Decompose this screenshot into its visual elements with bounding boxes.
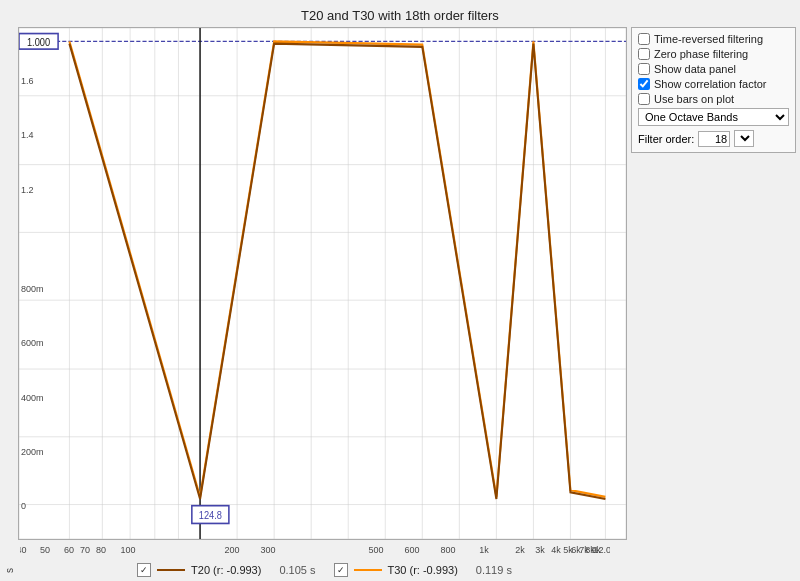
zero-phase-checkbox[interactable] [638,48,650,60]
use-bars-label: Use bars on plot [654,93,734,105]
main-container: T20 and T30 with 18th order filters s [0,0,800,581]
svg-text:100: 100 [120,545,135,555]
plot-container: 124.8 1.000 1.6 1.4 [18,27,627,540]
time-reversed-label: Time-reversed filtering [654,33,763,45]
filter-order-row: Filter order: ▼ [638,130,789,147]
zero-phase-label: Zero phase filtering [654,48,748,60]
use-bars-checkbox[interactable] [638,93,650,105]
plot-svg: 124.8 1.000 [19,28,626,539]
svg-text:3k: 3k [535,545,545,555]
x-axis-svg: -40 50 60 70 80 100 200 300 500 600 800 … [20,541,610,559]
t30-legend-label: T30 (r: -0.993) [388,564,458,576]
t20-checkbox-icon[interactable]: ✓ [137,563,151,577]
t20-time-value: 0.105 s [279,564,315,576]
svg-text:60: 60 [64,545,74,555]
show-panel-row: Show data panel [638,63,789,75]
svg-text:800: 800 [440,545,455,555]
filter-order-dropdown[interactable]: ▼ [734,130,754,147]
time-reversed-row: Time-reversed filtering [638,33,789,45]
svg-text:-40: -40 [20,545,27,555]
plot-and-panel: 124.8 1.000 1.6 1.4 [18,27,796,540]
svg-text:500: 500 [368,545,383,555]
filter-order-input[interactable] [698,131,730,147]
t20-legend-label: T20 (r: -0.993) [191,564,261,576]
chart-title: T20 and T30 with 18th order filters [301,8,499,23]
t30-legend-line [354,569,382,571]
svg-text:12.0kHz: 12.0kHz [593,545,610,555]
show-panel-checkbox[interactable] [638,63,650,75]
t20-legend-line [157,569,185,571]
band-dropdown[interactable]: One Octave Bands Third Octave Bands All … [638,108,789,126]
chart-inner: 124.8 1.000 1.6 1.4 [18,27,796,577]
svg-text:50: 50 [40,545,50,555]
svg-text:4k: 4k [551,545,561,555]
show-correlation-checkbox[interactable] [638,78,650,90]
svg-text:300: 300 [260,545,275,555]
filter-order-label: Filter order: [638,133,694,145]
right-panel: Time-reversed filtering Zero phase filte… [631,27,796,540]
time-reversed-checkbox[interactable] [638,33,650,45]
chart-area: s [4,27,796,577]
zero-phase-row: Zero phase filtering [638,48,789,60]
show-correlation-label: Show correlation factor [654,78,767,90]
svg-text:200: 200 [224,545,239,555]
legend-row: ✓ T20 (r: -0.993) 0.105 s ✓ T30 (r: -0.9… [18,563,631,577]
svg-text:70: 70 [80,545,90,555]
svg-text:80: 80 [96,545,106,555]
svg-text:2k: 2k [515,545,525,555]
t30-legend-item: ✓ T30 (r: -0.993) [334,563,458,577]
x-axis-labels: -40 50 60 70 80 100 200 300 500 600 800 … [18,541,627,559]
show-correlation-row: Show correlation factor [638,78,789,90]
band-dropdown-row: One Octave Bands Third Octave Bands All … [638,108,789,126]
t30-time-value: 0.119 s [476,564,512,576]
svg-text:124.8: 124.8 [199,510,222,521]
svg-text:1k: 1k [479,545,489,555]
use-bars-row: Use bars on plot [638,93,789,105]
show-panel-label: Show data panel [654,63,736,75]
options-panel: Time-reversed filtering Zero phase filte… [631,27,796,153]
y-axis-label: s [4,27,18,577]
t30-checkbox-icon[interactable]: ✓ [334,563,348,577]
t20-legend-item: ✓ T20 (r: -0.993) [137,563,261,577]
svg-text:600: 600 [404,545,419,555]
svg-text:1.000: 1.000 [27,36,50,47]
